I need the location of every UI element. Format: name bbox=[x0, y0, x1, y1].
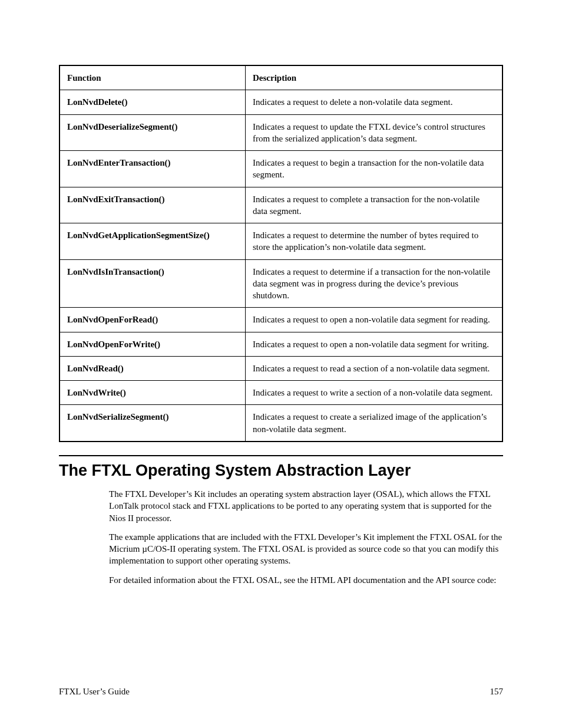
desc-cell: Indicates a request to create a serializ… bbox=[246, 405, 503, 442]
func-cell: LonNvdDelete() bbox=[59, 90, 246, 114]
table-header-row: Function Description bbox=[59, 65, 503, 90]
desc-cell: Indicates a request to determine the num… bbox=[246, 223, 503, 260]
paragraph: The FTXL Developer’s Kit includes an ope… bbox=[109, 488, 503, 524]
desc-cell: Indicates a request to delete a non-vola… bbox=[246, 90, 503, 114]
table-row: LonNvdOpenForRead()Indicates a request t… bbox=[59, 308, 503, 332]
table-row: LonNvdOpenForWrite()Indicates a request … bbox=[59, 332, 503, 356]
table-row: LonNvdEnterTransaction()Indicates a requ… bbox=[59, 151, 503, 187]
table-row: LonNvdGetApplicationSegmentSize()Indicat… bbox=[59, 223, 503, 260]
func-cell: LonNvdRead() bbox=[59, 356, 246, 380]
paragraph: The example applications that are includ… bbox=[109, 531, 503, 567]
func-cell: LonNvdOpenForRead() bbox=[59, 308, 246, 332]
func-cell: LonNvdOpenForWrite() bbox=[59, 332, 246, 356]
func-cell: LonNvdDeserializeSegment() bbox=[59, 114, 246, 151]
table-row: LonNvdIsInTransaction()Indicates a reque… bbox=[59, 259, 503, 308]
page: Function Description LonNvdDelete()Indic… bbox=[0, 0, 562, 728]
desc-cell: Indicates a request to complete a transa… bbox=[246, 187, 503, 223]
table-row: LonNvdExitTransaction()Indicates a reque… bbox=[59, 187, 503, 223]
table-row: LonNvdSerializeSegment()Indicates a requ… bbox=[59, 405, 503, 442]
desc-cell: Indicates a request to update the FTXL d… bbox=[246, 114, 503, 151]
function-table: Function Description LonNvdDelete()Indic… bbox=[59, 65, 503, 442]
func-cell: LonNvdEnterTransaction() bbox=[59, 151, 246, 187]
body-text: The FTXL Developer’s Kit includes an ope… bbox=[109, 488, 503, 586]
header-function: Function bbox=[59, 65, 246, 90]
desc-cell: Indicates a request to read a section of… bbox=[246, 356, 503, 380]
desc-cell: Indicates a request to begin a transacti… bbox=[246, 151, 503, 187]
header-description: Description bbox=[246, 65, 503, 90]
desc-cell: Indicates a request to determine if a tr… bbox=[246, 259, 503, 308]
desc-cell: Indicates a request to write a section o… bbox=[246, 381, 503, 405]
desc-cell: Indicates a request to open a non-volati… bbox=[246, 308, 503, 332]
func-cell: LonNvdSerializeSegment() bbox=[59, 405, 246, 442]
page-footer: FTXL User’s Guide 157 bbox=[59, 686, 503, 697]
table-row: LonNvdWrite()Indicates a request to writ… bbox=[59, 381, 503, 405]
table-row: LonNvdDeserializeSegment()Indicates a re… bbox=[59, 114, 503, 151]
table-row: LonNvdDelete()Indicates a request to del… bbox=[59, 90, 503, 114]
page-number: 157 bbox=[490, 686, 504, 697]
func-cell: LonNvdIsInTransaction() bbox=[59, 259, 246, 308]
paragraph: For detailed information about the FTXL … bbox=[109, 574, 503, 586]
footer-title: FTXL User’s Guide bbox=[59, 686, 130, 697]
section-heading: The FTXL Operating System Abstraction La… bbox=[59, 460, 503, 481]
func-cell: LonNvdExitTransaction() bbox=[59, 187, 246, 223]
table-row: LonNvdRead()Indicates a request to read … bbox=[59, 356, 503, 380]
section-divider bbox=[59, 455, 503, 456]
func-cell: LonNvdGetApplicationSegmentSize() bbox=[59, 223, 246, 260]
func-cell: LonNvdWrite() bbox=[59, 381, 246, 405]
desc-cell: Indicates a request to open a non-volati… bbox=[246, 332, 503, 356]
